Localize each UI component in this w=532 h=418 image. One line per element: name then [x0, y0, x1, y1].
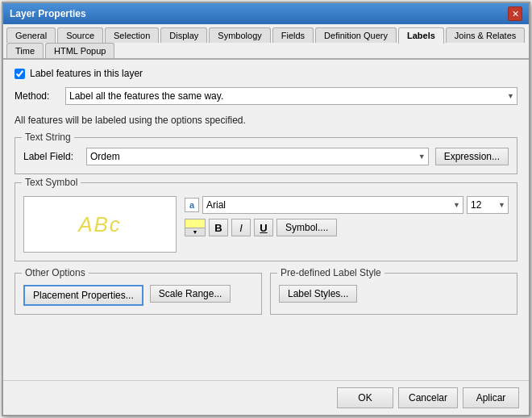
text-string-content: Label Field: Ordem Expression... — [23, 148, 509, 165]
predefined-label-group: Pre-defined Label Style Label Styles... — [270, 273, 517, 315]
text-symbol-preview: ABc — [23, 196, 177, 253]
method-label: Method: — [15, 90, 59, 102]
symbol-button[interactable]: Symbol.... — [276, 219, 337, 236]
label-field-label: Label Field: — [23, 151, 80, 162]
method-select[interactable]: Label all the features the same way. — [65, 87, 517, 105]
tabs-bar: General Source Selection Display Symbolo… — [3, 24, 529, 60]
main-content: Label features in this layer Method: Lab… — [3, 60, 529, 380]
tab-time[interactable]: Time — [6, 43, 44, 58]
tab-joins-relates[interactable]: Joins & Relates — [446, 27, 525, 43]
tab-symbology[interactable]: Symbology — [209, 27, 270, 43]
abc-preview-text: ABc — [78, 212, 122, 237]
text-symbol-group: Text Symbol ABc a Arial — [15, 182, 517, 261]
label-checkbox-label: Label features in this layer — [30, 68, 143, 79]
label-field-select-wrapper: Ordem — [86, 148, 429, 165]
color-picker-button[interactable]: ▼ — [185, 219, 206, 236]
close-button[interactable]: ✕ — [508, 6, 522, 21]
color-dropdown-arrow[interactable]: ▼ — [185, 228, 205, 236]
cancel-button[interactable]: Cancelar — [398, 387, 458, 408]
tab-html-popup[interactable]: HTML Popup — [45, 43, 114, 58]
text-symbol-title: Text Symbol — [22, 177, 81, 188]
size-select[interactable]: 12 — [467, 196, 509, 214]
italic-button[interactable]: I — [231, 219, 251, 236]
info-text: All features will be labeled using the o… — [15, 115, 517, 126]
dialog-footer: OK Cancelar Aplicar — [3, 380, 529, 415]
tab-labels[interactable]: Labels — [398, 27, 444, 44]
other-options-group: Other Options Placement Properties... Sc… — [15, 273, 262, 315]
method-row: Method: Label all the features the same … — [15, 87, 517, 105]
bottom-groups: Other Options Placement Properties... Sc… — [15, 273, 517, 315]
other-options-buttons: Placement Properties... Scale Range... — [23, 285, 253, 306]
font-select[interactable]: Arial — [202, 196, 463, 214]
ok-button[interactable]: OK — [337, 387, 393, 408]
format-row: ▼ B I U Symbol.... — [185, 219, 509, 236]
tab-fields[interactable]: Fields — [272, 27, 314, 43]
text-string-group: Text String Label Field: Ordem Expressio… — [15, 137, 517, 174]
predefined-label-buttons: Label Styles... — [279, 285, 509, 303]
placement-properties-button[interactable]: Placement Properties... — [23, 285, 143, 306]
text-symbol-content: ABc a Arial — [23, 196, 509, 253]
tab-source[interactable]: Source — [57, 27, 103, 43]
text-string-title: Text String — [22, 132, 74, 143]
size-select-wrapper: 12 — [467, 196, 509, 214]
text-symbol-controls: a Arial 12 — [185, 196, 509, 253]
underline-button[interactable]: U — [254, 219, 273, 236]
apply-button[interactable]: Aplicar — [463, 387, 519, 408]
label-styles-button[interactable]: Label Styles... — [279, 285, 357, 303]
color-swatch — [185, 219, 205, 228]
tab-general[interactable]: General — [6, 27, 56, 43]
tab-definition-query[interactable]: Definition Query — [315, 27, 397, 43]
layer-properties-dialog: Layer Properties ✕ General Source Select… — [2, 2, 530, 416]
title-bar: Layer Properties ✕ — [3, 3, 529, 24]
tab-selection[interactable]: Selection — [105, 27, 159, 43]
dialog-title: Layer Properties — [10, 8, 86, 19]
font-select-wrapper: Arial — [202, 196, 463, 214]
font-icon: a — [185, 198, 199, 212]
font-row: a Arial 12 — [185, 196, 509, 214]
label-features-checkbox[interactable] — [15, 69, 25, 79]
predefined-label-title: Pre-defined Label Style — [277, 267, 384, 278]
bold-button[interactable]: B — [209, 219, 228, 236]
scale-range-button[interactable]: Scale Range... — [150, 285, 231, 303]
tab-display[interactable]: Display — [160, 27, 207, 43]
expression-button[interactable]: Expression... — [435, 148, 509, 165]
label-checkbox-row: Label features in this layer — [15, 68, 517, 79]
other-options-title: Other Options — [22, 267, 89, 278]
label-field-select[interactable]: Ordem — [86, 148, 429, 165]
method-select-wrapper: Label all the features the same way. — [65, 87, 517, 105]
